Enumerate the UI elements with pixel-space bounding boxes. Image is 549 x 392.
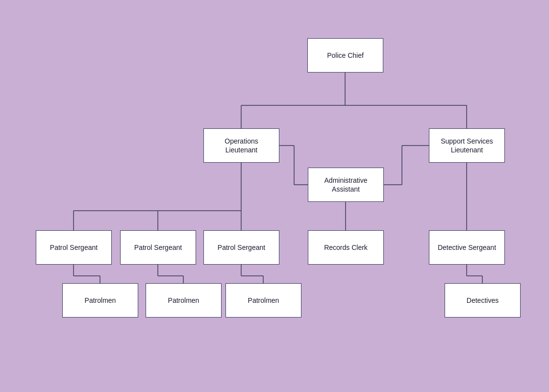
police-chief-node: Police Chief [307,38,383,73]
org-chart: Police Chief Operations Lieutenant Suppo… [0,0,549,392]
admin-asst-label: Administrative Assistant [312,176,379,194]
records-clerk-label: Records Clerk [324,243,368,252]
det-sgt-node: Detective Sergeant [429,230,505,265]
patrolmen-3-label: Patrolmen [248,296,279,305]
patrolmen-3-node: Patrolmen [225,283,301,318]
support-lt-node: Support Services Lieutenant [429,128,505,163]
patrol-sgt-2-node: Patrol Sergeant [120,230,196,265]
ops-lt-node: Operations Lieutenant [203,128,279,163]
connector-lines [0,0,549,392]
patrol-sgt-3-label: Patrol Sergeant [218,243,265,252]
patrolmen-1-label: Patrolmen [85,296,116,305]
ops-lt-label: Operations Lieutenant [208,137,275,154]
det-sgt-label: Detective Sergeant [438,243,496,252]
detectives-label: Detectives [467,296,499,305]
admin-asst-node: Administrative Assistant [308,168,384,202]
detectives-node: Detectives [445,283,521,318]
patrolmen-2-label: Patrolmen [168,296,200,305]
patrol-sgt-3-node: Patrol Sergeant [203,230,279,265]
records-clerk-node: Records Clerk [308,230,384,265]
patrol-sgt-1-label: Patrol Sergeant [50,243,98,252]
patrol-sgt-2-label: Patrol Sergeant [134,243,182,252]
patrol-sgt-1-node: Patrol Sergeant [36,230,112,265]
patrolmen-1-node: Patrolmen [62,283,138,318]
support-lt-label: Support Services Lieutenant [433,137,500,154]
police-chief-label: Police Chief [327,51,364,60]
patrolmen-2-node: Patrolmen [146,283,222,318]
